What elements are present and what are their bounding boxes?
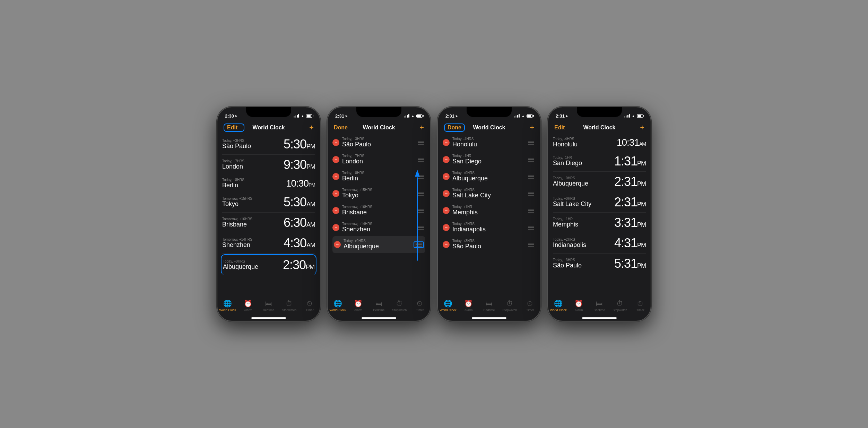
clock-list-item: −Today, -4HRSHonolulu <box>443 134 536 151</box>
drag-handle[interactable] <box>414 241 424 248</box>
tab-alarm[interactable]: ⏰Alarm <box>570 299 588 312</box>
tab-stopwatch[interactable]: ⏱Stopwatch <box>280 300 298 312</box>
drag-handle[interactable] <box>416 225 425 230</box>
edit-button[interactable]: Edit <box>224 123 244 132</box>
edit-button[interactable]: Edit <box>554 125 575 131</box>
tab-worldclock[interactable]: 🌐World Clock <box>440 299 457 312</box>
tab-stopwatch[interactable]: ⏱Stopwatch <box>391 300 408 312</box>
tab-stopwatch[interactable]: ⏱Stopwatch <box>501 300 518 312</box>
alarm-tab-label: Alarm <box>244 308 252 312</box>
city-name-label: Salt Lake City <box>452 192 491 199</box>
add-clock-button[interactable]: + <box>403 123 424 132</box>
delete-clock-button[interactable]: − <box>443 190 450 197</box>
drag-handle[interactable] <box>527 191 536 196</box>
drag-handle[interactable] <box>416 174 425 179</box>
drag-handle[interactable] <box>527 242 536 247</box>
tab-bedtime[interactable]: 🛏Bedtime <box>480 300 498 312</box>
status-time: 2:31 <box>556 113 565 119</box>
clock-item-right: 9:30PM <box>284 157 315 172</box>
clock-item-right <box>527 208 536 213</box>
tab-timer[interactable]: ⏲Timer <box>301 300 318 312</box>
drag-handle[interactable] <box>416 208 425 213</box>
drag-handle[interactable] <box>416 140 425 145</box>
clock-list-item: −Today, +8HRSBerlin <box>332 168 425 185</box>
time-offset-label: Tomorrow, +16HRS <box>342 205 372 209</box>
tab-alarm[interactable]: ⏰Alarm <box>240 299 257 312</box>
clock-time-display: 4:31PM <box>614 236 646 250</box>
clock-list-item: −Today, +7HRSLondon <box>332 151 425 168</box>
add-clock-button[interactable]: + <box>513 123 534 132</box>
city-name-label: Berlin <box>222 182 244 189</box>
clock-item-right <box>416 174 425 179</box>
tab-timer[interactable]: ⏲Timer <box>521 300 539 312</box>
tab-bedtime[interactable]: 🛏Bedtime <box>260 300 277 312</box>
worldclock-tab-label: World Clock <box>219 308 236 312</box>
drag-handle[interactable] <box>527 174 536 179</box>
clock-item-right: 4:30AM <box>284 236 315 250</box>
tab-timer[interactable]: ⏲Timer <box>411 300 428 312</box>
delete-clock-button[interactable]: − <box>443 207 450 214</box>
delete-clock-button[interactable]: − <box>332 207 339 214</box>
city-info: Today, -1HRSan Diego <box>553 156 582 167</box>
tab-bedtime[interactable]: 🛏Bedtime <box>591 300 608 312</box>
delete-clock-button[interactable]: − <box>443 156 450 163</box>
add-clock-button[interactable]: + <box>293 123 314 132</box>
city-name-label: London <box>342 158 364 165</box>
time-offset-label: Tomorrow, +15HRS <box>222 197 252 200</box>
tab-alarm[interactable]: ⏰Alarm <box>460 299 477 312</box>
delete-clock-button[interactable]: − <box>332 139 339 146</box>
tab-worldclock[interactable]: 🌐World Clock <box>329 299 347 312</box>
clock-item-left: −Today, +7HRSLondon <box>332 154 364 165</box>
drag-handle[interactable] <box>527 225 536 230</box>
done-button[interactable]: Done <box>444 123 465 132</box>
done-button[interactable]: Done <box>334 125 355 131</box>
signal-icon <box>294 114 300 118</box>
drag-handle[interactable] <box>527 140 536 145</box>
time-offset-label: Today, +0HRS <box>553 176 588 180</box>
nav-bar: DoneWorld Clock+ <box>328 122 430 134</box>
clock-time-display: 9:30PM <box>284 157 315 172</box>
delete-clock-button[interactable]: − <box>443 173 450 180</box>
clock-item-right: 10:30PM <box>286 178 315 189</box>
notch <box>467 107 512 117</box>
city-name-label: Albuquerque <box>452 175 488 182</box>
delete-clock-button[interactable]: − <box>334 241 341 248</box>
tab-bedtime[interactable]: 🛏Bedtime <box>370 300 388 312</box>
time-offset-label: Today, +0HRS <box>223 259 258 263</box>
drag-handle[interactable] <box>416 157 425 162</box>
clock-item-right <box>416 191 425 196</box>
battery-icon <box>527 114 533 118</box>
delete-clock-button[interactable]: − <box>443 241 450 248</box>
delete-clock-button[interactable]: − <box>332 224 339 231</box>
tab-timer[interactable]: ⏲Timer <box>632 300 649 312</box>
clock-time-display: 4:30AM <box>284 236 315 250</box>
delete-clock-button[interactable]: − <box>443 139 450 146</box>
drag-handle[interactable] <box>527 208 536 213</box>
city-info: Tomorrow, +14HRSShenzhen <box>342 222 372 233</box>
drag-handle[interactable] <box>527 157 536 162</box>
clock-list: −Today, +3HRSSão Paulo−Today, +7HRSLondo… <box>328 134 430 297</box>
tab-bar: 🌐World Clock⏰Alarm🛏Bedtime⏱Stopwatch⏲Tim… <box>217 297 320 317</box>
city-name-label: Brisbane <box>342 209 372 216</box>
clock-item-right <box>527 225 536 230</box>
city-info: Today, +0HRSAlbuquerque <box>344 239 379 250</box>
time-offset-label: Today, -4HRS <box>452 137 477 141</box>
clock-item-left: −Today, +1HRMemphis <box>443 205 478 216</box>
add-clock-button[interactable]: + <box>624 123 644 132</box>
time-offset-label: Today, +3HRS <box>222 139 251 143</box>
drag-handle[interactable] <box>416 191 425 196</box>
delete-clock-button[interactable]: − <box>332 156 339 163</box>
clock-list-item: −Tomorrow, +14HRSShenzhen <box>332 219 425 236</box>
tab-worldclock[interactable]: 🌐World Clock <box>550 299 567 312</box>
tab-stopwatch[interactable]: ⏱Stopwatch <box>611 300 628 312</box>
tab-worldclock[interactable]: 🌐World Clock <box>219 299 236 312</box>
delete-clock-button[interactable]: − <box>332 190 339 197</box>
clock-list-item: Today, +2HRSIndianapolis4:31PM <box>553 233 646 254</box>
worldclock-tab-icon: 🌐 <box>223 299 232 308</box>
clock-time-display: 6:30AM <box>284 215 315 230</box>
tab-alarm[interactable]: ⏰Alarm <box>350 299 367 312</box>
time-offset-label: Today, +3HRS <box>553 258 582 262</box>
delete-clock-button[interactable]: − <box>443 224 450 231</box>
stopwatch-tab-icon: ⏱ <box>396 300 403 308</box>
delete-clock-button[interactable]: − <box>332 173 339 180</box>
